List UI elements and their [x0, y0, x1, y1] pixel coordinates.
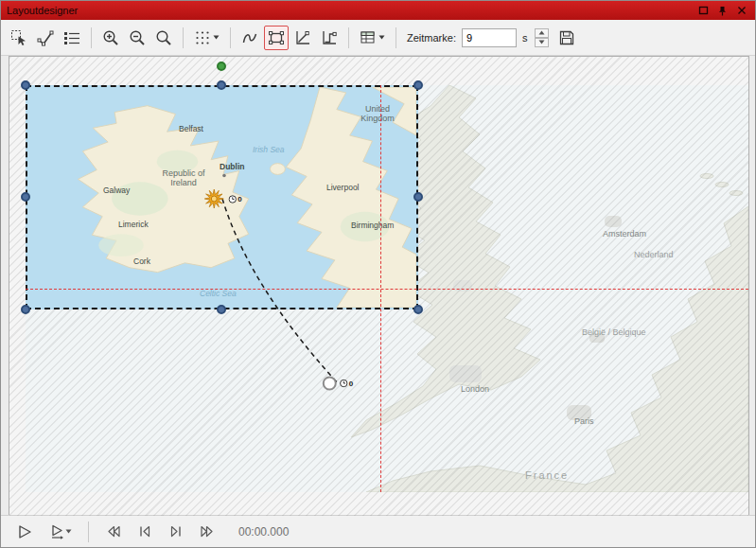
map-label: Dublin: [220, 163, 244, 172]
step-forward-button[interactable]: [163, 521, 189, 543]
zoom-in-button[interactable]: [98, 26, 123, 50]
separator: [91, 27, 92, 48]
keyframe-start[interactable]: 0: [202, 187, 241, 210]
selection-handle-middle-right[interactable]: [413, 192, 423, 202]
step-forward-icon: [169, 525, 183, 538]
step-back-icon: [138, 525, 151, 538]
selection-handle-middle-left[interactable]: [21, 192, 30, 202]
grid-button[interactable]: [190, 26, 223, 50]
rotation-handle[interactable]: [217, 62, 226, 71]
play-from-here-button[interactable]: [44, 521, 79, 543]
map-label: Birmingham: [351, 221, 394, 231]
pin-icon: [717, 6, 728, 16]
motion-curve-icon: [241, 29, 258, 46]
keyframe-time-value: 0: [349, 380, 353, 388]
main-toolbar: Zeitmarke: s: [1, 20, 755, 56]
skip-to-start-icon: [105, 525, 120, 538]
object-table-button[interactable]: [356, 26, 389, 50]
separator: [396, 27, 396, 48]
save-icon: [558, 29, 575, 46]
keyframe-time-badge: 0: [340, 380, 353, 388]
path-points-tool-button[interactable]: [33, 26, 58, 50]
map-label: Celtic Sea: [200, 290, 237, 299]
keyframe-ramp-in-button[interactable]: [290, 26, 315, 50]
chevron-down-icon: [538, 40, 545, 44]
horizontal-center-guide: [26, 289, 748, 290]
map-label: Limerick: [118, 221, 149, 230]
zoom-out-button[interactable]: [125, 26, 149, 50]
path-points-icon: [37, 29, 54, 46]
map-label: Irish Sea: [253, 146, 285, 155]
close-icon: [737, 6, 747, 15]
chevron-up-icon: [538, 30, 545, 35]
selection-handle-bottom-middle[interactable]: [217, 305, 226, 314]
clock-icon: [228, 195, 237, 203]
save-timemark-button[interactable]: [554, 26, 579, 50]
separator: [348, 27, 349, 48]
titlebar[interactable]: Layoutdesigner: [1, 1, 755, 20]
window-title: Layoutdesigner: [7, 5, 693, 16]
keyframe-rows-button[interactable]: [60, 26, 84, 50]
selection-handle-bottom-left[interactable]: [21, 305, 30, 314]
skip-to-end-button[interactable]: [194, 521, 222, 543]
selection-handle-top-left[interactable]: [21, 80, 30, 90]
keyframe-ramp-out-button[interactable]: [317, 26, 342, 50]
close-button[interactable]: [733, 4, 749, 18]
transport-bar: 00:00.000: [1, 515, 755, 547]
spinner-down-button[interactable]: [535, 38, 549, 47]
select-tool-icon: [10, 29, 27, 46]
play-from-here-icon: [50, 524, 63, 539]
play-icon: [17, 524, 32, 539]
maximize-icon: [698, 6, 709, 15]
selection-handle-top-right[interactable]: [413, 80, 423, 90]
play-button[interactable]: [10, 521, 39, 543]
keyframe-time-badge: 0: [228, 195, 241, 203]
selection-handle-bottom-right[interactable]: [413, 305, 423, 314]
timemark-spinner: [535, 28, 549, 47]
pin-button[interactable]: [714, 4, 730, 18]
keyframe-ramp-in-icon: [294, 29, 311, 46]
sun-keyframe-icon: [202, 187, 225, 210]
layout-canvas[interactable]: Amsterdam Nederland London België / Belg…: [9, 56, 749, 517]
camera-frame-button[interactable]: [264, 26, 289, 50]
skip-to-end-icon: [201, 525, 216, 538]
map-label: United Kingdom: [351, 104, 404, 124]
timemark-unit: s: [522, 32, 528, 44]
motion-curve-button[interactable]: [237, 26, 262, 50]
keyframe-end[interactable]: 0: [323, 377, 353, 391]
map-label: Liverpool: [326, 184, 360, 193]
separator: [230, 27, 231, 48]
zoom-fit-button[interactable]: [151, 26, 176, 50]
zoom-fit-icon: [155, 29, 172, 46]
step-back-button[interactable]: [132, 521, 158, 543]
map-label: Galway: [103, 186, 130, 196]
keyframe-time-value: 0: [237, 195, 241, 203]
map-label: Cork: [133, 257, 150, 267]
keyframe-rows-icon: [63, 29, 80, 46]
select-tool-button[interactable]: [7, 26, 31, 50]
chevron-down-icon: [65, 529, 72, 534]
camera-frame-icon: [268, 29, 285, 46]
spinner-up-button[interactable]: [535, 28, 549, 38]
object-table-icon: [360, 29, 377, 46]
chevron-down-icon: [213, 35, 220, 40]
skip-to-start-button[interactable]: [98, 521, 127, 543]
layoutdesigner-window: Layoutdesigner: [0, 0, 756, 548]
time-display: 00:00.000: [238, 525, 289, 539]
timemark-input[interactable]: [462, 28, 517, 47]
timemark-label: Zeitmarke:: [407, 32, 456, 44]
map-label: Belfast: [179, 125, 203, 134]
chevron-down-icon: [378, 35, 385, 40]
selection-handle-top-middle[interactable]: [217, 80, 226, 90]
endpoint-circle-icon: [323, 377, 337, 391]
map-label: Republic of Ireland: [152, 168, 215, 188]
keyframe-ramp-out-icon: [321, 29, 338, 46]
clock-icon: [340, 380, 348, 388]
separator: [183, 27, 184, 48]
grid-icon: [194, 29, 211, 46]
separator: [88, 521, 89, 542]
maximize-button[interactable]: [695, 4, 712, 18]
zoom-in-icon: [102, 29, 119, 46]
zoom-out-icon: [129, 29, 146, 46]
